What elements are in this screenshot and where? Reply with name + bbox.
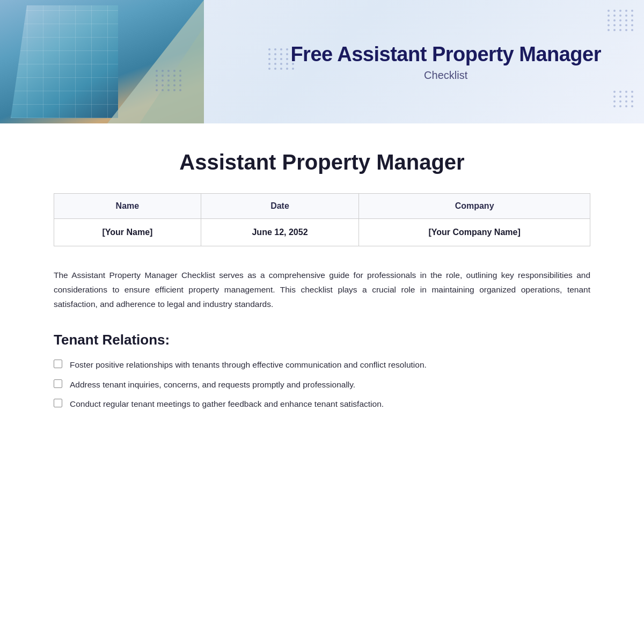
table-header-name: Name [54, 194, 201, 219]
checklist-text-2: Address tenant inquiries, concerns, and … [70, 378, 590, 392]
dots-decoration-lower-left [156, 70, 182, 91]
checkbox-2[interactable] [54, 379, 62, 388]
checklist-item-1: Foster positive relationships with tenan… [54, 358, 590, 372]
checkbox-1[interactable] [54, 360, 62, 368]
section-heading-tenant-relations: Tenant Relations: [54, 332, 590, 348]
dots-decoration-top-right [608, 10, 634, 31]
checklist-text-1: Foster positive relationships with tenan… [70, 358, 590, 372]
page-header: Free Assistant Property Manager Checklis… [0, 0, 644, 123]
checklist-item-2: Address tenant inquiries, concerns, and … [54, 378, 590, 392]
table-header-date: Date [201, 194, 358, 219]
checklist-tenant-relations: Foster positive relationships with tenan… [54, 358, 590, 411]
checkbox-3[interactable] [54, 399, 62, 407]
main-content: Assistant Property Manager Name Date Com… [0, 123, 644, 443]
table-header-company: Company [359, 194, 590, 219]
header-title-area: Free Assistant Property Manager Checklis… [290, 42, 601, 82]
document-title: Assistant Property Manager [54, 150, 590, 174]
checklist-item-3: Conduct regular tenant meetings to gathe… [54, 397, 590, 411]
dots-decoration-bottom-right [613, 91, 634, 107]
description-text: The Assistant Property Manager Checklist… [54, 268, 590, 311]
header-main-title: Free Assistant Property Manager [290, 42, 601, 67]
table-cell-date: June 12, 2052 [201, 219, 358, 246]
header-subtitle: Checklist [290, 69, 601, 81]
table-cell-name: [Your Name] [54, 219, 201, 246]
info-table: Name Date Company [Your Name] June 12, 2… [54, 193, 590, 246]
table-cell-company: [Your Company Name] [359, 219, 590, 246]
checklist-text-3: Conduct regular tenant meetings to gathe… [70, 397, 590, 411]
building-illustration [0, 0, 204, 123]
